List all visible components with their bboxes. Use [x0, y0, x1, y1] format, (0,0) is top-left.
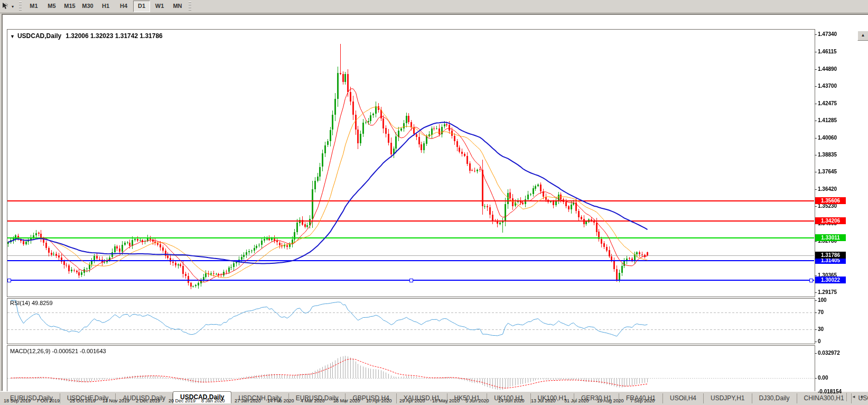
cursor-tool-caret-icon[interactable]: ▾: [12, 4, 17, 9]
timeframe-button-h4[interactable]: H4: [115, 1, 132, 12]
toolbar-grip-end[interactable]: [189, 2, 191, 11]
chart-scroll-up-button[interactable]: ▲: [857, 31, 868, 41]
rsi-tick-label: 30: [818, 326, 855, 332]
date-label: 4 Mar 2020: [301, 398, 325, 403]
price-tick-label: 1.41285: [818, 117, 855, 123]
rsi-tick-label: 100: [818, 297, 855, 303]
timeframe-button-m5[interactable]: M5: [43, 1, 60, 12]
date-label: 25 Oct 2019: [70, 398, 96, 403]
macd-tick-label: 0.00: [818, 375, 855, 381]
rsi-tick-label: 70: [818, 309, 855, 315]
timeframe-button-m30[interactable]: M30: [79, 1, 96, 12]
price-tick-label: 1.40060: [818, 135, 855, 141]
price-tick-label: 1.46115: [818, 49, 855, 54]
chart-tab-dj30-daily[interactable]: DJ30,Daily: [752, 393, 797, 403]
price-badge: 1.30022: [815, 277, 846, 283]
price-badge: 1.35606: [815, 197, 846, 204]
timeframe-button-d1[interactable]: D1: [133, 1, 150, 12]
date-label: 14 Feb 2020: [267, 398, 294, 403]
timeframe-buttons: M1M5M15M30H1H4D1W1MN: [25, 1, 186, 12]
price-tick-label: 1.43700: [818, 83, 855, 89]
date-label: 31 Jul 2020: [564, 398, 589, 403]
cursor-tool-icon[interactable]: [0, 2, 11, 11]
price-tick-label: 1.47340: [818, 31, 855, 37]
chart-title: ▼USDCAD,Daily1.32006 1.32023 1.31742 1.3…: [10, 32, 163, 40]
up-arrow-icon: ▲: [861, 33, 865, 38]
price-chart-canvas[interactable]: [3, 15, 868, 405]
date-label: 18 Sep 2019: [4, 398, 31, 403]
bid-price-badge: 1.31786: [815, 252, 846, 259]
date-label: 7 Sep 2020: [630, 398, 655, 403]
price-tick-label: 1.42475: [818, 100, 855, 106]
date-label: 5 Jun 2020: [465, 398, 489, 403]
tabs-scroll-right-icon[interactable]: ►: [858, 393, 866, 401]
price-tick-label: 1.44890: [818, 66, 855, 72]
mt4-application: ▾ M1M5M15M30H1H4D1W1MN ▼USDCAD,Daily1.32…: [0, 0, 868, 405]
rsi-label: RSI(14) 49.8259: [10, 300, 53, 306]
chart-window: ▼USDCAD,Daily1.32006 1.32023 1.31742 1.3…: [2, 14, 868, 391]
chart-tab-usdjpy-h1[interactable]: USDJPY,H1: [704, 393, 752, 403]
timeframe-button-m15[interactable]: M15: [61, 1, 78, 12]
price-tick-label: 1.37645: [818, 169, 855, 174]
timeframe-button-m1[interactable]: M1: [25, 1, 42, 12]
date-label: 24 Jun 2020: [498, 398, 525, 403]
chart-tab-usoil-h4[interactable]: USOil,H4: [663, 393, 704, 403]
toolbar-grip[interactable]: [19, 2, 22, 11]
timeframe-button-mn[interactable]: MN: [169, 1, 186, 12]
chart-tab-china300-h1[interactable]: CHINA300,H1: [797, 393, 852, 403]
date-label: 20 Dec 2019: [169, 398, 195, 403]
date-label: 7 Oct 2019: [36, 398, 60, 403]
timeframe-button-w1[interactable]: W1: [151, 1, 168, 12]
price-badge: 1.34206: [815, 217, 846, 224]
timeframe-toolbar: ▾ M1M5M15M30H1H4D1W1MN: [0, 0, 868, 13]
date-label: 13 Jul 2020: [531, 398, 556, 403]
date-label: 18 May 2020: [432, 398, 460, 403]
date-label: 27 Jan 2020: [235, 398, 261, 403]
price-tick-label: 1.38835: [818, 152, 855, 158]
chart-title-ohlc: 1.32006 1.32023 1.31742 1.31786: [66, 32, 163, 40]
date-label: 13 Nov 2019: [102, 398, 129, 403]
tab-scroller-divider: [846, 393, 847, 401]
date-label: 2 Dec 2019: [136, 398, 160, 403]
price-tick-label: 1.29175: [818, 289, 855, 295]
date-label: 19 Aug 2020: [597, 398, 624, 403]
chart-dropdown-caret-icon[interactable]: ▼: [10, 34, 15, 39]
timeframe-button-h1[interactable]: H1: [97, 1, 114, 12]
date-label: 8 Jan 2020: [201, 398, 225, 403]
date-label: 10 Apr 2020: [366, 398, 392, 403]
macd-tick-label: 0.032972: [818, 350, 855, 356]
price-badge: 1.33011: [815, 234, 846, 241]
tab-scrollers: ◄ ►: [846, 393, 866, 401]
price-tick-label: 1.36420: [818, 186, 855, 192]
date-label: 29 Apr 2020: [399, 398, 425, 403]
rsi-tick-label: 0: [818, 338, 855, 344]
macd-label: MACD(12,26,9) -0.000521 -0.001643: [10, 348, 106, 354]
date-label: 23 Mar 2020: [333, 398, 360, 403]
tabs-scroll-left-icon[interactable]: ◄: [850, 393, 857, 401]
chart-title-symbol: USDCAD,Daily: [17, 32, 61, 40]
